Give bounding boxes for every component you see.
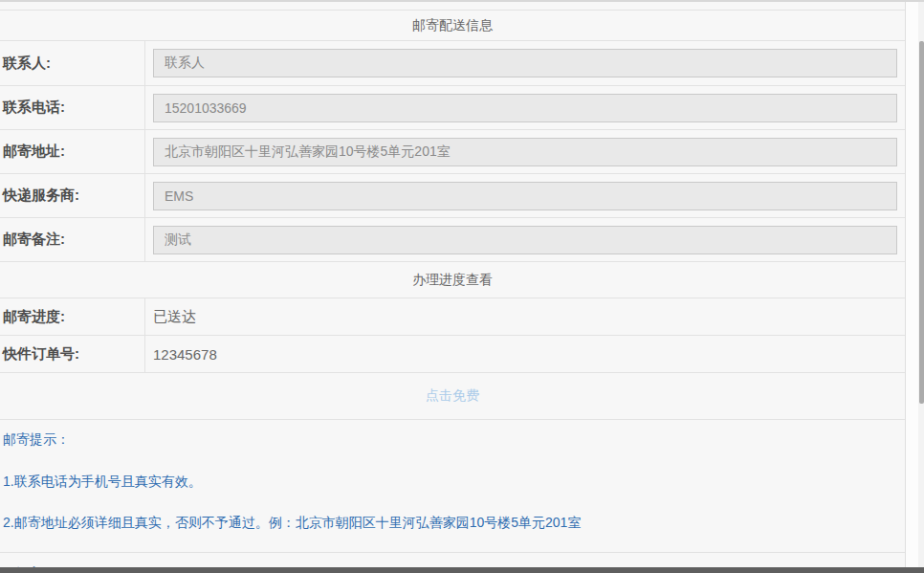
remark-label: 邮寄备注:	[0, 218, 145, 261]
remark-input[interactable]	[153, 226, 897, 254]
field-row-mailing-address: 邮寄地址:	[0, 130, 905, 174]
mailing-address-label: 邮寄地址:	[0, 130, 145, 173]
contact-name-input[interactable]	[153, 49, 897, 77]
mailing-tips-block: 邮寄提示： 1.联系电话为手机号且真实有效。 2.邮寄地址必须详细且真实，否则不…	[0, 420, 905, 553]
order-number-value: 12345678	[153, 346, 217, 363]
field-row-courier: 快递服务商:	[0, 174, 905, 218]
mailing-progress-value: 已送达	[153, 308, 196, 326]
section-title-progress-text: 办理进度查看	[412, 272, 493, 289]
footer-bar	[0, 567, 924, 573]
info-row-order-number: 快件订单号: 12345678	[0, 336, 905, 373]
field-row-contact-name: 联系人:	[0, 41, 905, 86]
tip-item-1: 1.联系电话为手机号且真实有效。	[3, 474, 905, 489]
field-row-remark: 邮寄备注:	[0, 218, 905, 262]
contact-name-label: 联系人:	[0, 41, 145, 85]
courier-input[interactable]	[153, 182, 897, 210]
mailing-address-input[interactable]	[153, 138, 897, 166]
mailing-progress-label: 邮寄进度:	[0, 298, 145, 335]
contact-phone-input[interactable]	[153, 94, 897, 122]
section-title-delivery: 邮寄配送信息	[0, 11, 905, 41]
vertical-scrollbar[interactable]	[918, 2, 924, 573]
tips-heading: 邮寄提示：	[3, 431, 905, 447]
free-link-row: 点击免费	[0, 373, 905, 420]
section-title-progress: 办理进度查看	[0, 262, 905, 298]
scrollbar-thumb[interactable]	[919, 41, 924, 404]
info-row-mailing-progress: 邮寄进度: 已送达	[0, 298, 905, 336]
courier-label: 快递服务商:	[0, 174, 145, 217]
section-title-delivery-text: 邮寄配送信息	[412, 17, 493, 34]
order-number-label: 快件订单号:	[0, 336, 145, 372]
field-row-contact-phone: 联系电话:	[0, 86, 905, 130]
tip-item-2: 2.邮寄地址必须详细且真实，否则不予通过。例：北京市朝阳区十里河弘善家园10号楼…	[3, 515, 905, 530]
contact-phone-label: 联系电话:	[0, 86, 145, 129]
delivery-info-table: 邮寄配送信息 联系人: 联系电话: 邮寄地址: 快递服务商:	[0, 10, 905, 572]
form-panel: 邮寄配送信息 联系人: 联系电话: 邮寄地址: 快递服务商:	[0, 2, 906, 573]
free-link-button[interactable]: 点击免费	[426, 387, 479, 405]
